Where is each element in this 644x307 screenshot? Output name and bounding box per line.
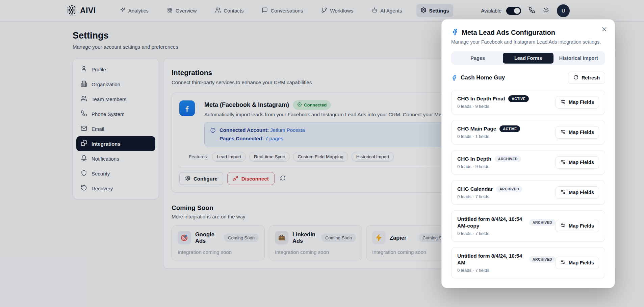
lead-forms-list[interactable]: CHG In Depth Final ACTIVE 0 leads · 9 fi… [451, 90, 605, 278]
lead-form-meta: 0 leads · 1 fields [457, 134, 520, 139]
status-badge: ACTIVE [499, 125, 520, 132]
lead-form-name: CHG Main Page [457, 125, 496, 132]
lead-form-meta: 0 leads · 7 fields [457, 231, 556, 236]
lead-form-meta: 0 leads · 9 fields [457, 104, 529, 109]
map-fields-button[interactable]: Map Fields [556, 220, 599, 232]
lead-form-name: CHG In Depth Final [457, 95, 505, 102]
map-fields-button[interactable]: Map Fields [556, 96, 599, 109]
lead-form-name: Untitled form 8/4/24, 10:54 AM-copy [457, 216, 526, 229]
tab-lead-forms[interactable]: Lead Forms [503, 53, 553, 64]
lead-form-meta: 0 leads · 7 fields [457, 194, 522, 199]
sliders-icon [561, 189, 566, 195]
map-fields-button[interactable]: Map Fields [556, 257, 599, 269]
meta-lead-ads-dialog: Meta Lead Ads Configuration Manage your … [441, 19, 615, 288]
status-badge: ARCHIVED [496, 186, 522, 192]
sliders-icon [561, 223, 566, 229]
lead-form-name: CHG Calendar [457, 186, 493, 192]
map-fields-button[interactable]: Map Fields [556, 156, 599, 169]
tab-pages[interactable]: Pages [453, 53, 503, 64]
close-button[interactable] [601, 26, 607, 33]
status-badge: ARCHIVED [495, 156, 521, 162]
map-fields-button[interactable]: Map Fields [556, 186, 599, 199]
refresh-icon [573, 75, 578, 81]
sliders-icon [561, 99, 566, 105]
status-badge: ARCHIVED [529, 256, 556, 263]
facebook-outline-icon [451, 28, 458, 37]
sliders-icon [561, 129, 566, 135]
sliders-icon [561, 260, 566, 266]
sliders-icon [561, 159, 566, 165]
lead-form-row: Untitled form 8/4/24, 10:54 AM-copy ARCH… [451, 210, 605, 241]
lead-form-row: CHG In Depth Final ACTIVE 0 leads · 9 fi… [451, 90, 605, 114]
dialog-tabs: Pages Lead Forms Historical Import [451, 51, 605, 65]
status-badge: ARCHIVED [529, 219, 556, 226]
lead-form-row: CHG Main Page ACTIVE 0 leads · 1 fields … [451, 120, 605, 144]
facebook-outline-icon [451, 75, 457, 81]
lead-form-meta: 0 leads · 9 fields [457, 164, 521, 169]
lead-form-name: Untitled form 8/4/24, 10:54 AM [457, 253, 526, 266]
map-fields-button[interactable]: Map Fields [556, 126, 599, 139]
tab-historical-import[interactable]: Historical Import [553, 53, 604, 64]
lead-form-row: Untitled form 8/4/24, 10:54 AM ARCHIVED … [451, 247, 605, 278]
lead-form-row: CHG Calendar ARCHIVED 0 leads · 7 fields… [451, 180, 605, 205]
refresh-button[interactable]: Refresh [568, 72, 605, 84]
dialog-subtitle: Manage your Facebook and Instagram Lead … [451, 39, 605, 45]
lead-form-row: CHG In Depth ARCHIVED 0 leads · 9 fields… [451, 150, 605, 174]
dialog-title: Meta Lead Ads Configuration [462, 29, 555, 37]
lead-form-name: CHG In Depth [457, 156, 491, 162]
page-source-name: Cash Home Guy [461, 74, 505, 81]
close-icon [601, 26, 607, 33]
lead-form-meta: 0 leads · 7 fields [457, 268, 556, 273]
status-badge: ACTIVE [508, 95, 529, 102]
